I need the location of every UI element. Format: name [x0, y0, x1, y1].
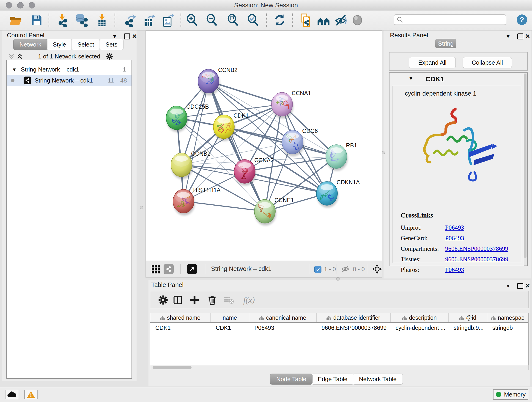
save-session-button[interactable]	[28, 12, 45, 28]
crosslink-pharos-link[interactable]: P06493	[445, 266, 464, 274]
show-all-button[interactable]	[349, 12, 366, 28]
table-row[interactable]: CDK1CDK1P064939606.ENSP00000378699cyclin…	[150, 323, 528, 333]
network-node-hist1h1a[interactable]: HIST1H1A	[173, 187, 221, 216]
panel-close-icon[interactable]: ✕	[525, 33, 530, 40]
import-network-file-button[interactable]	[54, 12, 70, 28]
table-cell[interactable]: CDK1	[210, 325, 249, 331]
network-edge[interactable]	[184, 81, 209, 201]
bottom-splitter-grip[interactable]	[336, 277, 340, 281]
crosslink-compartments-link[interactable]: 9606.ENSP00000378699	[445, 245, 508, 252]
panel-float-icon[interactable]	[517, 33, 523, 39]
network-node-rb1[interactable]: RB1	[326, 142, 357, 171]
zoom-selected-button[interactable]	[245, 12, 261, 28]
table-settings-gear-icon[interactable]	[157, 294, 170, 306]
network-row-selected[interactable]: String Network – cdk1 11 48	[7, 75, 132, 86]
export-table-button[interactable]	[140, 12, 157, 28]
hide-selected-button[interactable]	[332, 12, 349, 28]
right-splitter-grip[interactable]	[382, 151, 385, 154]
tree-caret-icon[interactable]: ▾	[13, 66, 16, 73]
table-scrollbar-thumb[interactable]	[152, 366, 191, 369]
panel-close-icon[interactable]: ✕	[525, 282, 530, 289]
column-header--id[interactable]: @id	[449, 313, 487, 322]
table-cell[interactable]: 9606.ENSP00000378699	[317, 325, 391, 331]
network-edge[interactable]	[224, 127, 336, 157]
selected-checkbox-icon[interactable]	[314, 266, 322, 273]
help-button[interactable]: ?	[517, 14, 527, 25]
crosslink-label: Tissues:	[401, 256, 445, 263]
tab-sets[interactable]: Sets	[99, 39, 123, 50]
create-column-plus-icon[interactable]	[188, 294, 201, 306]
zoom-in-button[interactable]	[184, 12, 200, 28]
search-box	[394, 14, 506, 25]
network-view-panel[interactable]: CCNB2CCNA1CDC25BCDK1CDC6RB1CCNB1CCNA2CDK…	[146, 31, 382, 278]
tab-edge-table[interactable]: Edge Table	[312, 374, 354, 385]
collapse-all-button[interactable]: Collapse All	[463, 57, 512, 68]
fit-content-button[interactable]	[225, 12, 241, 28]
column-header-namespac[interactable]: namespac	[487, 313, 528, 322]
import-table-file-button[interactable]	[94, 12, 110, 28]
network-collection-row[interactable]: ▾ String Network – cdk1 1	[7, 64, 132, 75]
crosslink-uniprot-link[interactable]: P06493	[445, 224, 464, 231]
first-neighbors-button[interactable]	[315, 12, 332, 28]
tab-style[interactable]: Style	[46, 39, 72, 50]
warnings-button[interactable]	[24, 390, 38, 399]
section-caret-icon[interactable]: ▾	[409, 75, 412, 82]
network-node-ccna2[interactable]: CCNA2	[234, 157, 274, 186]
expand-all-button[interactable]: Expand All	[409, 57, 456, 68]
string-view-icon[interactable]	[164, 264, 174, 274]
birds-eye-grid-icon[interactable]	[151, 264, 160, 274]
tab-select[interactable]: Select	[71, 39, 100, 50]
network-canvas[interactable]: CCNB2CCNA1CDC25BCDK1CDC6RB1CCNB1CCNA2CDK…	[146, 31, 382, 261]
column-header-description[interactable]: description	[391, 313, 449, 322]
gene-section-header[interactable]: ▾ CDK1	[389, 73, 527, 85]
table-cell[interactable]: CDK1	[150, 325, 210, 331]
panel-collapse-icon[interactable]: ▾	[507, 282, 510, 289]
tab-node-table[interactable]: Node Table	[270, 374, 312, 385]
results-scrollbar-thumb[interactable]	[524, 74, 526, 258]
crosslink-genecard-link[interactable]: P06493	[445, 235, 464, 242]
delete-column-trash-icon[interactable]	[206, 294, 219, 306]
network-node-ccnb2[interactable]: CCNB2	[198, 67, 238, 95]
left-splitter-grip[interactable]	[140, 206, 143, 209]
panel-float-icon[interactable]	[517, 283, 523, 289]
refresh-button[interactable]	[272, 12, 288, 28]
cloud-status-button[interactable]	[5, 390, 18, 399]
tab-network-table[interactable]: Network Table	[353, 374, 403, 385]
network-node-cdc6[interactable]: CDC6	[282, 128, 318, 156]
import-network-database-button[interactable]	[73, 12, 90, 28]
network-node-ccne1[interactable]: CCNE1	[254, 197, 294, 225]
results-scrollbar[interactable]	[524, 73, 527, 266]
network-node-cdk1[interactable]: CDK1	[213, 112, 249, 141]
table-cell[interactable]: stringdb:9...	[449, 325, 487, 331]
panel-collapse-icon[interactable]: ▾	[507, 33, 510, 40]
control-panel-title: Control Panel	[7, 32, 44, 39]
network-node-cdc25b[interactable]: CDC25B	[166, 103, 209, 132]
tab-string[interactable]: String	[435, 39, 456, 48]
export-image-button[interactable]	[159, 12, 176, 28]
export-network-button[interactable]	[121, 12, 138, 28]
panel-float-icon[interactable]	[124, 33, 130, 39]
network-node-ccna1[interactable]: CCNA1	[272, 90, 311, 119]
fit-selection-crosshair-icon[interactable]	[372, 264, 382, 275]
open-in-window-icon[interactable]	[187, 264, 197, 274]
table-cell[interactable]: cyclin-dependent ...	[391, 325, 449, 331]
table-cell[interactable]: stringdb	[487, 325, 528, 331]
column-header-shared-name[interactable]: shared name	[150, 313, 210, 322]
zoom-out-button[interactable]	[203, 12, 220, 28]
table-cell[interactable]: P06493	[249, 325, 317, 331]
network-node-cdkn1a[interactable]: CDKN1A	[317, 179, 360, 208]
network-edge[interactable]	[184, 201, 265, 211]
column-header-database-identifier[interactable]: database identifier	[317, 313, 391, 322]
show-columns-icon[interactable]	[171, 294, 184, 306]
panel-close-icon[interactable]: ✕	[132, 33, 137, 40]
tab-network[interactable]: Network	[13, 39, 47, 50]
column-header-canonical-name[interactable]: canonical name	[249, 313, 317, 322]
clone-network-button[interactable]	[297, 12, 314, 28]
search-input[interactable]	[403, 16, 506, 23]
memory-button[interactable]: Memory	[493, 389, 528, 400]
network-node-ccnb1[interactable]: CCNB1	[171, 150, 210, 179]
table-horizontal-scrollbar[interactable]	[150, 365, 529, 370]
crosslink-tissues-link[interactable]: 9606.ENSP00000378699	[445, 256, 508, 263]
open-session-button[interactable]	[7, 12, 24, 28]
column-header-name[interactable]: name	[210, 313, 249, 322]
